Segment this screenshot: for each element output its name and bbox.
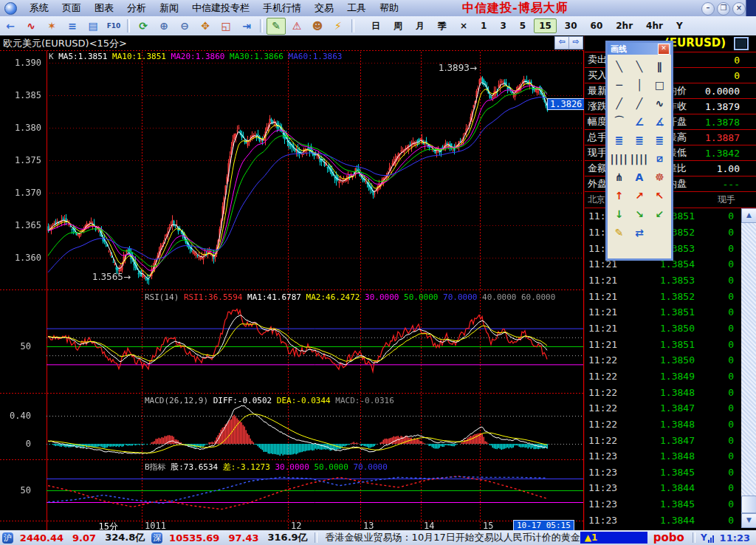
users-icon[interactable]: ☻ (308, 18, 327, 35)
speed-lines-icon[interactable]: ⧄ (650, 149, 670, 168)
menu-item-5[interactable]: 新闻 (153, 0, 185, 16)
favorites-icon[interactable]: ✶ (42, 18, 61, 35)
period-button-季[interactable]: 季 (433, 18, 452, 35)
arc-icon[interactable]: ⌒ (609, 112, 629, 131)
trend-line-icon[interactable]: ╲ (609, 57, 629, 75)
tool-settings-icon[interactable]: ⇄ (629, 223, 649, 241)
restore-button[interactable]: ❐ (717, 2, 730, 16)
menu-item-7[interactable]: 手机行情 (256, 0, 308, 16)
pitchfork-icon[interactable]: ⋔ (609, 168, 629, 186)
period-button-15[interactable]: 15 (534, 18, 557, 33)
menu-item-1[interactable]: 系统 (23, 0, 55, 16)
gann-wheel-icon[interactable]: ☸ (650, 168, 670, 186)
quote-value: 1.3878 (701, 117, 756, 128)
menu-item-6[interactable]: 中信建投专栏 (185, 0, 256, 16)
minimize-button[interactable]: – (701, 2, 715, 16)
app-icon[interactable] (4, 2, 17, 15)
fib-extension-icon[interactable]: ≣ (650, 131, 670, 149)
arrow-down-icon[interactable]: ↓ (609, 205, 629, 223)
rectangle-icon[interactable]: □ (650, 75, 670, 94)
draw-toolbar-titlebar[interactable]: 画线 ✕ (608, 43, 671, 55)
parallel-lines-icon[interactable]: ∥ (650, 57, 670, 75)
eraser-icon[interactable]: ✎ (609, 223, 629, 241)
period-button-1[interactable]: 1 (475, 18, 492, 33)
tick-scrollbar[interactable]: ▲ ▼ (741, 208, 756, 528)
arrow-up-left-icon[interactable]: ↖ (650, 186, 670, 205)
panel-restore-icon[interactable] (734, 37, 749, 50)
window-next-icon[interactable]: ⇥ (237, 18, 256, 35)
scroll-right-button[interactable]: ⇨ (568, 36, 583, 49)
period-button-4hr[interactable]: 4hr (641, 18, 668, 33)
tick-volume: 0 (695, 467, 741, 478)
vertical-line-icon[interactable]: │ (629, 75, 649, 94)
zoom-in-icon[interactable]: ⊕ (154, 18, 173, 35)
menu-item-2[interactable]: 页面 (55, 0, 88, 16)
vertical-grid-icon[interactable]: |||| (609, 149, 629, 168)
quote-list-icon[interactable]: ≡ (63, 18, 82, 35)
menu-item-8[interactable]: 交易 (308, 0, 340, 16)
tick-time: 11:21 (585, 291, 627, 302)
angle-icon[interactable]: ∠ (629, 112, 649, 131)
gann-fan-icon[interactable]: ∡ (650, 112, 670, 131)
period-buttons: 日周月季×1351530602hr4hrY (365, 18, 690, 35)
scrollbar-thumb[interactable] (741, 496, 756, 513)
period-button-30[interactable]: 30 (560, 18, 583, 33)
period-button-月[interactable]: 月 (410, 18, 430, 35)
close-button[interactable]: × (732, 2, 746, 16)
period-button-5[interactable]: 5 (515, 18, 531, 33)
scrollbar-up-icon[interactable]: ▲ (741, 208, 756, 223)
alert-bell-icon[interactable]: ⚠ (287, 18, 306, 35)
cycle-lines-icon[interactable]: |||| (629, 149, 649, 168)
menu-item-10[interactable]: 帮助 (373, 0, 405, 16)
period-button-周[interactable]: 周 (388, 18, 408, 35)
tick-row: 11:221.38500 (585, 352, 741, 369)
period-button-×[interactable]: × (455, 18, 472, 33)
f10-icon[interactable]: F10 (104, 18, 123, 35)
line-segment-icon[interactable]: ╲ (629, 57, 649, 75)
ray-line-icon[interactable]: ╱ (609, 94, 629, 112)
fib-retracement-icon[interactable]: ≣ (629, 131, 649, 149)
tick-row: 11:221.38490 (585, 369, 741, 385)
text-tool-icon[interactable]: A (629, 168, 649, 186)
line-chart-icon[interactable]: ∿ (21, 18, 41, 35)
horizontal-line-icon[interactable]: ─ (609, 75, 629, 94)
window-buttons: –❐× (701, 2, 746, 16)
alert-badge[interactable]: ▲1 (580, 532, 647, 544)
arrow-down-left-icon[interactable]: ↙ (650, 205, 670, 223)
draw-toolbar-window[interactable]: 画线 ✕ ╲╲∥─│□╱╱∿⌒∠∡≣≣≣||||||||⧄⋔A☸↑↗↖↓↘↙✎⇄ (605, 41, 673, 261)
menu-item-9[interactable]: 工具 (340, 0, 373, 16)
close-icon[interactable]: ✕ (658, 44, 670, 55)
period-button-Y[interactable]: Y (671, 18, 688, 33)
back-button[interactable]: ← (1, 18, 20, 35)
title-corner-icon[interactable] (746, 0, 756, 16)
gann-grid-icon[interactable]: ≣ (609, 131, 629, 149)
zoom-out-icon[interactable]: ⊖ (175, 18, 194, 35)
tick-time: 11:23 (585, 467, 627, 478)
refresh-icon[interactable]: ⟳ (134, 18, 153, 35)
menu-item-3[interactable]: 图表 (88, 0, 120, 16)
wave-line-icon[interactable]: ∿ (650, 94, 670, 112)
arrow-up-right-icon[interactable]: ↗ (629, 186, 649, 205)
draw-tools-grid: ╲╲∥─│□╱╱∿⌒∠∡≣≣≣||||||||⧄⋔A☸↑↗↖↓↘↙✎⇄ (608, 55, 671, 244)
period-button-3[interactable]: 3 (495, 18, 511, 33)
period-button-日[interactable]: 日 (366, 18, 385, 35)
period-button-2hr[interactable]: 2hr (611, 18, 638, 33)
flash-icon[interactable]: ⚡ (329, 18, 348, 35)
drag-hand-icon[interactable]: ✥ (196, 18, 215, 35)
half-line-icon[interactable]: ╱ (629, 94, 649, 112)
scrollbar-down-icon[interactable]: ▼ (741, 513, 756, 528)
period-button-60[interactable]: 60 (585, 18, 608, 33)
draw-line-icon[interactable]: ✎ (267, 18, 286, 35)
candlestick-chart-canvas[interactable] (0, 50, 585, 530)
tick-volume: 0 (695, 371, 741, 382)
tick-time: 11:21 (585, 275, 627, 286)
sh-amount: 324.8亿 (105, 531, 145, 544)
monitor-icon[interactable]: ▤ (83, 18, 103, 35)
arrow-down-right-icon[interactable]: ↘ (629, 205, 649, 223)
arrow-up-icon[interactable]: ↑ (609, 186, 629, 205)
tick-price: 1.3851 (627, 306, 695, 318)
news-ticker[interactable]: 香港金银业贸易场：10月17日开始交易以人民币计价的黄金 (326, 531, 580, 544)
menu-item-4[interactable]: 分析 (120, 0, 153, 16)
window-prev-icon[interactable]: ◱ (216, 18, 236, 35)
scroll-left-button[interactable]: ⇦ (554, 36, 569, 49)
